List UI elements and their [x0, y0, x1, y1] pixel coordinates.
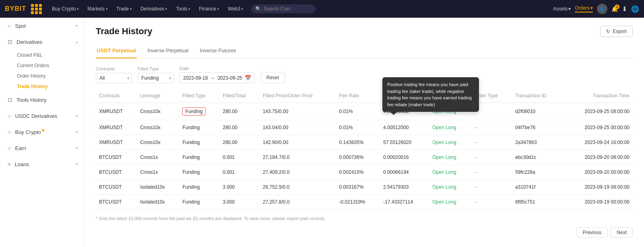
sidebar-sub-current-orders[interactable]: Current Orders [0, 60, 84, 71]
table-row: BTCUSDT Cross1x Funding 0.001 27,194.7/0… [96, 150, 633, 165]
fee-rate-cell: 0.003167% [336, 180, 380, 195]
filled-type-cell: Funding [179, 135, 219, 150]
nav-markets[interactable]: Markets▾ [84, 6, 111, 12]
search-bar[interactable]: 🔍 [251, 4, 316, 13]
filled-total-cell: 3.000 [219, 180, 259, 195]
sidebar-item-spot[interactable]: ○ Spot ▾ [0, 18, 84, 34]
sidebar-item-tools-history[interactable]: ⊡ Tools History [0, 92, 84, 108]
date-range[interactable]: 2023-09-18 → 2023-09-25 📅 [180, 72, 255, 83]
sidebar-item-earn[interactable]: ○ Earn ▾ [0, 140, 84, 156]
filled-price-cell: 143.75/0.00 [260, 103, 336, 120]
grid-icon[interactable] [31, 4, 42, 14]
tx-id-cell: ebc30d1c [512, 150, 563, 165]
next-button[interactable]: Next [611, 227, 633, 238]
tab-usdt-perpetual[interactable]: USDT Perpetual [96, 44, 137, 58]
main-content: Trade History ↻ Export USDT Perpetual In… [85, 18, 644, 247]
filled-type-cell: Funding [179, 180, 219, 195]
trade-type-cell: Open Long [429, 195, 471, 210]
trade-table: Contracts Leverage Filled Type Filled/To… [96, 89, 633, 210]
trade-type-cell: Open Long [429, 120, 471, 135]
footnote: * Only the latest 10,000 records from th… [96, 216, 633, 221]
fee-rate-cell: 0.002415% [336, 165, 380, 180]
chevron-down-icon-3: ▾ [76, 130, 78, 134]
tx-id-cell: 04f7be76 [512, 120, 563, 135]
filled-type-cell: Funding [179, 195, 219, 210]
table-body: XMRUSDT Cross10x Funding 280.00 143.75/0… [96, 103, 633, 210]
tooltip: Positive trading fee means you have paid… [382, 77, 479, 112]
sidebar-sub-order-history[interactable]: Order History [0, 71, 84, 81]
nav-assets[interactable]: Assets▾ [553, 6, 571, 12]
earn-icon: ○ [8, 145, 11, 151]
filled-type-cell: Funding [179, 120, 219, 135]
topnav-right: Assets▾ Orders▾ 👤 🔔1 ⬇ 🌐 [553, 4, 639, 14]
col-filled-total: Filled/Total [219, 89, 259, 103]
filled-price-cell: 27,194.7/0.0 [260, 150, 336, 165]
prev-button[interactable]: Previous [577, 227, 608, 238]
fee-paid-cell: 0.00020016 [380, 150, 429, 165]
filled-total-cell: 280.00 [219, 135, 259, 150]
sidebar-item-loans[interactable]: ≈ Loans ▾ [0, 156, 84, 172]
sidebar-item-buy-crypto[interactable]: ○ Buy Crypto ▾ [0, 124, 84, 140]
order-type-cell: -- [471, 180, 512, 195]
col-filled-type: Filled Type [179, 89, 219, 103]
tooltip-text: Positive trading fee means you have paid… [387, 82, 472, 107]
derivatives-icon: ⊡ [8, 39, 12, 45]
tab-inverse-futures[interactable]: Inverse Futures [199, 44, 237, 58]
funded-tag: Funding [182, 107, 205, 115]
date-arrow: → [210, 75, 215, 81]
filled-type-select[interactable]: Funding [138, 73, 174, 83]
col-filled-price: Filled Price/Order Price [260, 89, 336, 103]
sidebar-sub-trade-history[interactable]: Trade History [0, 81, 84, 92]
order-type-cell: -- [471, 195, 512, 210]
leverage-cell: Cross1x [137, 150, 179, 165]
date-to: 2023-09-25 [217, 75, 242, 81]
contract-cell: BTCUSDT [96, 165, 137, 180]
leverage-cell: Cross1x [137, 165, 179, 180]
contract-cell: XMRUSDT [96, 135, 137, 150]
trade-type-cell: Open Long [429, 150, 471, 165]
filled-total-cell: 0.001 [219, 150, 259, 165]
reset-button[interactable]: Reset [260, 72, 285, 83]
tab-inverse-perpetual[interactable]: Inverse Perpetual [147, 44, 189, 58]
export-button[interactable]: ↻ Export [600, 26, 633, 37]
chevron-down-icon: ▾ [76, 24, 78, 28]
bell-icon[interactable]: 🔔1 [611, 6, 618, 12]
filled-type-cell: Funding [179, 165, 219, 180]
sidebar-item-usdc-derivatives[interactable]: ○ USDC Derivatives ▾ [0, 108, 84, 124]
tx-id-cell: 59fc228a [512, 165, 563, 180]
contracts-select-wrap[interactable]: All [96, 73, 132, 83]
tools-icon: ⊡ [8, 97, 12, 103]
nav-web3[interactable]: Web3▾ [225, 6, 246, 12]
nav-trade[interactable]: Trade▾ [113, 6, 135, 12]
col-contracts: Contracts [96, 89, 137, 103]
download-icon[interactable]: ⬇ [622, 5, 627, 13]
col-leverage: Leverage [137, 89, 179, 103]
fee-paid-cell: 0.00066194 [380, 165, 429, 180]
export-icon: ↻ [606, 29, 610, 34]
filled-type-filter: Filled Type Funding [138, 66, 174, 83]
filled-type-select-wrap[interactable]: Funding [138, 73, 174, 83]
table-row: XMRUSDT Cross10x Funding 280.00 143.75/0… [96, 103, 633, 120]
sidebar-item-derivatives[interactable]: ⊡ Derivatives ▴ [0, 34, 84, 50]
nav-buy-crypto[interactable]: Buy Crypto▾ [49, 6, 82, 12]
nav-orders[interactable]: Orders▾ [575, 5, 593, 12]
loans-icon: ≈ [8, 161, 11, 167]
search-input[interactable] [264, 6, 308, 12]
globe-icon[interactable]: 🌐 [631, 5, 639, 13]
fee-paid-cell: 57.55126020 [380, 135, 429, 150]
fee-rate-cell: 0.01% [336, 103, 380, 120]
calendar-icon[interactable]: 📅 [245, 75, 251, 81]
nav-derivatives[interactable]: Derivatives▾ [137, 6, 170, 12]
filled-type-label: Filled Type [138, 66, 174, 71]
leverage-cell: Isolated10x [137, 195, 179, 210]
nav-finance[interactable]: Finance▾ [196, 6, 222, 12]
avatar[interactable]: 👤 [597, 4, 607, 14]
tx-time-cell: 2023-09-25 08:00:00 [563, 103, 633, 120]
trade-type-cell: Open Long [429, 135, 471, 150]
nav-tools[interactable]: Tools▾ [173, 6, 193, 12]
spot-icon: ○ [8, 23, 11, 29]
contracts-select[interactable]: All [96, 73, 132, 83]
sidebar-sub-closed-pl[interactable]: Closed P&L [0, 50, 84, 60]
contract-cell: BTCUSDT [96, 195, 137, 210]
logo: BYBIT [5, 5, 26, 12]
